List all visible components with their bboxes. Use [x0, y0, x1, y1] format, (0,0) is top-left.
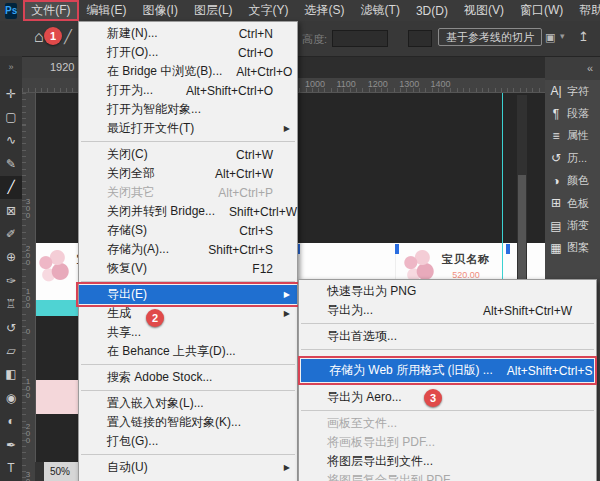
- menu-separator: [79, 361, 297, 368]
- panel-tab-properties[interactable]: ≡ 属性: [545, 125, 600, 147]
- menu-item-export-as[interactable]: 导出为... Alt+Shift+Ctrl+W ▶: [299, 301, 596, 320]
- panel-tab-label: 段落: [567, 106, 589, 121]
- frame-tool[interactable]: ⊠: [0, 199, 22, 222]
- type-tool[interactable]: T: [0, 456, 22, 479]
- menu-item-layers-to-files[interactable]: 将图层导出到文件... ▶: [299, 452, 596, 471]
- eyedropper-tool[interactable]: ✐: [0, 222, 22, 245]
- panel-tab-swatches[interactable]: ⊞ 色板: [545, 192, 600, 214]
- menu-item-save-as[interactable]: 存储为(A)... Shift+Ctrl+S ▶: [79, 240, 297, 259]
- menu-item-search-adobe-stock[interactable]: 搜索 Adobe Stock... ▶: [79, 368, 297, 387]
- menu-item-close[interactable]: 关闭(C) Ctrl+W ▶: [79, 145, 297, 164]
- eraser-tool[interactable]: ▱: [0, 339, 22, 362]
- home-icon[interactable]: ⌂: [34, 28, 44, 46]
- spot-healing-brush-tool[interactable]: ⊕: [0, 246, 22, 269]
- menu-item-browse-in-bridge[interactable]: 在 Bridge 中浏览(B)... Alt+Ctrl+O ▶: [79, 62, 297, 81]
- panel-tab-history[interactable]: ↺ 历...: [545, 147, 600, 169]
- slice-options-icon[interactable]: ▣: [545, 31, 555, 44]
- move-tool[interactable]: ✛: [0, 82, 22, 105]
- menu-item-place-embedded[interactable]: 置入嵌入对象(L)... ▶: [79, 394, 297, 413]
- options-small-field[interactable]: [408, 30, 432, 47]
- menu-item-place-linked[interactable]: 置入链接的智能对象(K)... ▶: [79, 413, 297, 432]
- panel-tab-label: 颜色: [567, 173, 589, 188]
- menu-item-package[interactable]: 打包(G)... ▶: [79, 432, 297, 451]
- menubar-edit[interactable]: 编辑(E): [79, 0, 135, 21]
- history-brush-tool[interactable]: ↺: [0, 316, 22, 339]
- menu-item-revert[interactable]: 恢复(V) F12 ▶: [79, 259, 297, 278]
- menubar-3d[interactable]: 3D(D): [408, 0, 456, 21]
- menu-separator: [79, 387, 297, 394]
- menu-item-open-as-smart-object[interactable]: 打开为智能对象... ▶: [79, 100, 297, 119]
- share-export-icon[interactable]: ↥: [578, 29, 589, 44]
- quick-selection-tool[interactable]: ✎: [0, 152, 22, 175]
- panel-collapse-icon[interactable]: «: [545, 56, 600, 80]
- menu-item-export-preferences[interactable]: 导出首选项... ▶: [299, 327, 596, 346]
- vertical-ruler: 3002001000100200300400: [22, 93, 36, 481]
- menu-item-open[interactable]: 打开(O)... Ctrl+O ▶: [79, 43, 297, 62]
- pen-tool[interactable]: ✒: [0, 433, 22, 456]
- menu-item-close-and-go-to-bridge[interactable]: 关闭并转到 Bridge... Shift+Ctrl+W ▶: [79, 202, 297, 221]
- ruler-label: 1200: [368, 78, 399, 92]
- menubar-filter[interactable]: 滤镜(T): [353, 0, 408, 21]
- panel-tab-icon: ◑: [545, 174, 567, 188]
- menu-separator: [79, 278, 297, 285]
- menubar-file[interactable]: 文件(F): [23, 0, 78, 21]
- menu-item-new[interactable]: 新建(N)... Ctrl+N ▶: [79, 24, 297, 43]
- panel-tab-patterns[interactable]: ▦ 图案: [545, 237, 600, 259]
- menu-item-generate[interactable]: 生成 ▶: [79, 304, 297, 323]
- clone-stamp-tool[interactable]: ♖: [0, 293, 22, 316]
- menu-separator: [79, 451, 297, 458]
- annotation-step-3: 3: [424, 389, 442, 407]
- brush-tool[interactable]: ✑: [0, 269, 22, 292]
- panel-tab-icon: ↺: [545, 151, 567, 165]
- chevron-down-icon[interactable]: ▾: [560, 31, 565, 41]
- panel-tab-label: 历...: [567, 151, 587, 166]
- menubar-select[interactable]: 选择(S): [297, 0, 353, 21]
- panel-tab-character[interactable]: A| 字符: [545, 80, 600, 102]
- ruler-label: 300: [24, 198, 32, 219]
- menu-item-layer-comps-to-pdf[interactable]: 将图层复合导出到 PDF... ▶: [299, 471, 596, 481]
- height-input[interactable]: [332, 30, 388, 47]
- menubar-type[interactable]: 文字(Y): [241, 0, 297, 21]
- lasso-tool[interactable]: ∿: [0, 129, 22, 152]
- ruler-label: 1100: [336, 78, 367, 92]
- panel-tab-color[interactable]: ◑ 颜色: [545, 170, 600, 192]
- menu-item-close-all[interactable]: 关闭全部 Alt+Ctrl+W ▶: [79, 164, 297, 183]
- menubar-image[interactable]: 图像(I): [135, 0, 186, 21]
- menu-item-share-on-behance[interactable]: 在 Behance 上共享(D)... ▶: [79, 342, 297, 361]
- panel-tab-icon: A|: [545, 84, 567, 98]
- blur-tool[interactable]: ◉: [0, 386, 22, 409]
- menu-item-automate[interactable]: 自动(U) ▶: [79, 458, 297, 477]
- submenu-arrow-icon: ▶: [284, 309, 290, 318]
- menu-item-artboards-to-files[interactable]: 画板至文件... ▶: [299, 414, 596, 433]
- panel-tab-label: 属性: [567, 128, 589, 143]
- slice-badge: [506, 244, 510, 254]
- menu-item-quick-export-as-png[interactable]: 快速导出为 PNG ▶: [299, 282, 596, 301]
- menu-item-close-others[interactable]: 关闭其它 Alt+Ctrl+P ▶: [79, 183, 297, 202]
- menu-item-export[interactable]: 导出(E) ▶: [79, 285, 297, 304]
- menu-item-open-as[interactable]: 打开为... Alt+Shift+Ctrl+O ▶: [79, 81, 297, 100]
- rectangular-marquee-tool[interactable]: ▢: [0, 105, 22, 128]
- panel-tab-icon: ≡: [545, 129, 567, 143]
- slices-from-guides-button[interactable]: 基于参考线的切片: [438, 28, 542, 46]
- ruler-label: 200: [24, 245, 32, 266]
- toolbox-collapse-icon[interactable]: »: [0, 56, 22, 82]
- menubar-layer[interactable]: 图层(L): [186, 0, 241, 21]
- menu-item-share[interactable]: 共享... ▶: [79, 323, 297, 342]
- menu-item-save[interactable]: 存储(S) Ctrl+S ▶: [79, 221, 297, 240]
- menu-item-open-recent[interactable]: 最近打开文件(T) ▶: [79, 119, 297, 138]
- submenu-arrow-icon: ▶: [284, 124, 290, 133]
- menu-separator: [299, 346, 596, 353]
- flower-image: [400, 249, 436, 283]
- menu-item-export-for-aero[interactable]: 导出为 Aero... ▶: [299, 388, 596, 407]
- panel-tab-gradients[interactable]: ▤ 渐变: [545, 214, 600, 236]
- menubar-view[interactable]: 视图(V): [456, 0, 512, 21]
- ruler-label: 200: [24, 423, 32, 444]
- menubar-help[interactable]: 帮助: [571, 0, 600, 21]
- menu-item-save-for-web-legacy[interactable]: 存储为 Web 所用格式 (旧版) ... Alt+Shift+Ctrl+S ▶: [301, 359, 594, 382]
- menu-item-artboards-to-pdf[interactable]: 将画板导出到 PDF... ▶: [299, 433, 596, 452]
- panel-tab-paragraph[interactable]: ¶ 段落: [545, 102, 600, 124]
- menubar-window[interactable]: 窗口(W): [512, 0, 571, 21]
- gradient-tool[interactable]: ◧: [0, 363, 22, 386]
- slice-tool[interactable]: ╱: [0, 176, 22, 199]
- dodge-tool[interactable]: ◐: [0, 409, 22, 432]
